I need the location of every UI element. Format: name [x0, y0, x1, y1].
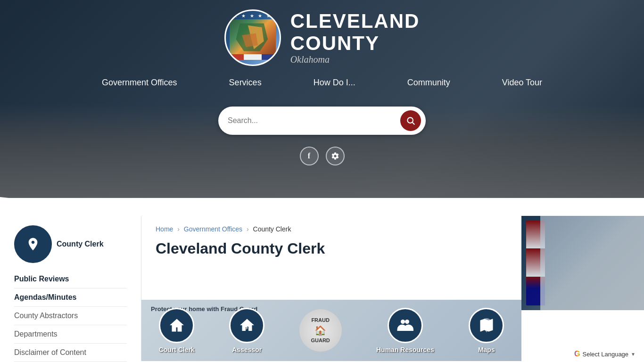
breadcrumb-gov-offices[interactable]: Government Offices [184, 225, 242, 233]
header: ★ ★ ★ ★ ★ CLEVELAND COUNTY [0, 0, 644, 198]
nav-community[interactable]: Community [381, 73, 476, 92]
sidebar-agendas-minutes[interactable]: Agendas/Minutes [14, 288, 127, 307]
top-bar: ★ ★ ★ ★ ★ CLEVELAND COUNTY [0, 0, 644, 71]
google-g-icon: G [574, 350, 580, 358]
nav-government-offices[interactable]: Government Offices [76, 73, 203, 92]
site-subtitle: Oklahoma [290, 54, 420, 65]
site-logo[interactable]: ★ ★ ★ ★ ★ [224, 9, 281, 66]
bottom-banner: Protect your home with Fraud Guard Court… [141, 300, 521, 361]
breadcrumb-current: County Clerk [253, 225, 291, 233]
svg-line-1 [413, 123, 415, 125]
settings-button[interactable] [326, 147, 345, 165]
social-area: f [0, 142, 644, 170]
search-button[interactable] [400, 110, 421, 131]
select-language-label: Select Language [583, 351, 629, 358]
svg-point-0 [407, 117, 413, 123]
title-line2: COUNTY [290, 32, 380, 54]
quicklink-maps[interactable]: Maps [469, 308, 504, 354]
translate-dropdown-arrow: ▼ [631, 352, 636, 357]
sidebar-disclaimer[interactable]: Disclaimer of Content [14, 344, 127, 362]
quicklink-assessor[interactable]: $ Assessor [229, 308, 264, 354]
nav-services[interactable]: Services [203, 73, 288, 92]
svg-point-5 [485, 321, 488, 325]
title-line1: CLEVELAND [290, 10, 420, 32]
main-nav: Government Offices Services How Do I... … [0, 71, 644, 95]
breadcrumb-home[interactable]: Home [156, 225, 173, 233]
svg-text:$: $ [245, 324, 248, 330]
nav-video-tour[interactable]: Video Tour [476, 73, 568, 92]
sidebar-public-reviews[interactable]: Public Reviews [14, 270, 127, 288]
svg-point-4 [405, 320, 409, 324]
search-area [0, 95, 644, 142]
sidebar-departments[interactable]: Departments [14, 325, 127, 344]
nav-how-do-i[interactable]: How Do I... [288, 73, 381, 92]
content-image [521, 216, 644, 310]
search-input[interactable] [228, 116, 400, 125]
google-translate[interactable]: G Select Language ▼ [570, 348, 639, 360]
site-title: CLEVELAND COUNTY Oklahoma [290, 10, 420, 65]
quicklink-court-clerk[interactable]: Court Clerk [159, 308, 195, 354]
search-box [218, 107, 426, 135]
sidebar-county-abstractors[interactable]: County Abstractors [14, 307, 127, 325]
main-content: County Clerk Public Reviews Agendas/Minu… [0, 216, 644, 361]
active-sidebar-label: County Clerk [57, 240, 104, 248]
fraud-guard-badge: FRAUD 🏠 GUARD [299, 309, 342, 352]
svg-point-3 [401, 320, 405, 324]
facebook-button[interactable]: f [300, 147, 319, 165]
quicklink-human-resources[interactable]: Human Resources [376, 308, 434, 354]
sidebar: County Clerk Public Reviews Agendas/Minu… [0, 216, 141, 361]
